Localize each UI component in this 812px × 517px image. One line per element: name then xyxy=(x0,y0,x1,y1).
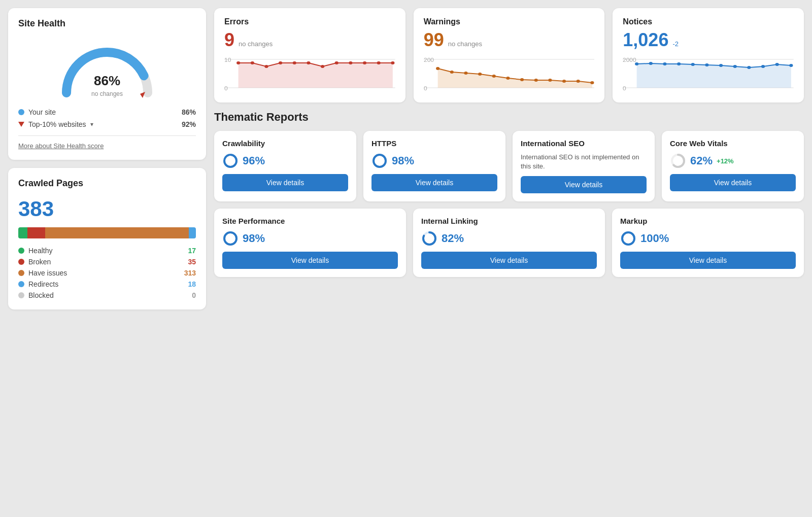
pages-count: 383 xyxy=(18,197,196,221)
svg-point-53 xyxy=(224,155,236,167)
svg-point-44 xyxy=(691,63,695,66)
svg-point-11 xyxy=(307,61,310,64)
bar-issues xyxy=(45,227,189,238)
broken-value: 35 xyxy=(188,258,196,266)
redirects-label: Redirects xyxy=(28,280,58,288)
top10-value: 92% xyxy=(182,120,196,128)
svg-point-43 xyxy=(677,62,681,65)
core-web-vitals-score: 62% xyxy=(690,154,713,167)
svg-point-8 xyxy=(264,65,268,68)
warnings-change: no changes xyxy=(448,40,482,48)
international-seo-view-details-button[interactable]: View details xyxy=(521,176,647,193)
site-health-title: Site Health xyxy=(18,18,196,29)
more-link[interactable]: More about Site Health score xyxy=(18,135,196,150)
legend-healthy: Healthy 17 xyxy=(18,247,196,255)
errors-chart: 10 0 xyxy=(224,56,395,91)
svg-point-33 xyxy=(576,80,580,83)
site-performance-title: Site Performance xyxy=(222,217,398,225)
svg-point-26 xyxy=(478,73,482,76)
blocked-label: Blocked xyxy=(28,291,54,299)
svg-point-14 xyxy=(349,61,352,64)
your-site-label: Your site xyxy=(28,108,56,116)
top10-icon xyxy=(18,122,24,127)
markup-score: 100% xyxy=(640,232,669,245)
crawlability-view-details-button[interactable]: View details xyxy=(222,174,348,191)
internal-linking-view-details-button[interactable]: View details xyxy=(421,252,597,269)
gauge-container: 86% no changes xyxy=(18,37,196,98)
blocked-value: 0 xyxy=(192,291,196,299)
broken-dot xyxy=(18,259,24,265)
core-web-vitals-card: Core Web Vitals 62% +12% View details xyxy=(662,131,804,201)
svg-point-13 xyxy=(335,61,339,64)
internal-linking-ring-icon xyxy=(421,230,437,247)
bar-broken xyxy=(27,227,45,238)
international-seo-title: International SEO xyxy=(521,139,647,148)
site-performance-card: Site Performance 98% View details xyxy=(214,209,406,277)
top10-chevron[interactable]: ▾ xyxy=(90,121,93,128)
healthy-dot xyxy=(18,248,24,254)
svg-point-17 xyxy=(391,61,394,64)
notices-chart: 2000 0 xyxy=(623,56,794,91)
errors-value-row: 9 no changes xyxy=(224,29,395,51)
markup-card: Markup 100% View details xyxy=(612,209,804,277)
bar-healthy xyxy=(18,227,27,238)
https-view-details-button[interactable]: View details xyxy=(371,174,497,191)
svg-point-42 xyxy=(663,62,667,65)
legend-top10[interactable]: Top-10% websites ▾ 92% xyxy=(18,120,196,128)
svg-point-16 xyxy=(377,61,381,64)
left-column: Site Health 86% no changes xyxy=(8,8,206,309)
broken-label: Broken xyxy=(28,258,51,266)
healthy-label: Healthy xyxy=(28,247,52,255)
svg-point-12 xyxy=(321,65,324,68)
dashboard: Site Health 86% no changes xyxy=(8,8,804,309)
warnings-chart: 200 0 xyxy=(424,56,595,91)
svg-marker-39 xyxy=(637,63,791,88)
international-seo-card: International SEO International SEO is n… xyxy=(513,131,655,201)
https-score: 98% xyxy=(392,154,414,167)
svg-point-46 xyxy=(719,64,723,67)
svg-text:2000: 2000 xyxy=(623,57,636,63)
svg-point-27 xyxy=(492,75,495,78)
svg-point-9 xyxy=(279,61,282,64)
your-site-dot xyxy=(18,109,24,115)
crawlability-title: Crawlability xyxy=(222,139,348,148)
crawled-pages-card: Crawled Pages 383 Healthy 17 xyxy=(8,168,206,309)
crawled-pages-title: Crawled Pages xyxy=(18,178,196,189)
legend-broken: Broken 35 xyxy=(18,258,196,266)
redirects-value: 18 xyxy=(188,280,196,288)
svg-point-23 xyxy=(436,67,439,70)
reports-row1: Crawlability 96% View details HTTPS xyxy=(214,131,804,201)
issues-value: 313 xyxy=(184,269,196,277)
core-web-vitals-score-row: 62% +12% xyxy=(670,153,796,169)
https-title: HTTPS xyxy=(371,139,497,148)
svg-point-25 xyxy=(464,72,467,75)
internal-linking-score: 82% xyxy=(442,232,464,245)
gauge-center: 86% no changes xyxy=(91,73,123,98)
notices-change: -2 xyxy=(672,40,679,48)
https-ring-icon xyxy=(371,153,388,169)
svg-point-45 xyxy=(705,63,709,66)
reports-row2: Site Performance 98% View details Intern… xyxy=(214,209,804,277)
svg-text:200: 200 xyxy=(424,57,434,63)
issues-label: Have issues xyxy=(28,269,67,277)
svg-point-10 xyxy=(293,61,296,64)
markup-title: Markup xyxy=(620,217,796,225)
gauge-wrap: 86% no changes xyxy=(56,37,158,98)
svg-point-15 xyxy=(363,61,366,64)
svg-point-32 xyxy=(562,80,566,83)
svg-point-31 xyxy=(548,79,552,82)
svg-point-24 xyxy=(450,71,453,74)
svg-text:0: 0 xyxy=(224,86,228,91)
site-performance-view-details-button[interactable]: View details xyxy=(222,252,398,269)
https-card: HTTPS 98% View details xyxy=(363,131,505,201)
notices-card: Notices 1,026 -2 2000 0 xyxy=(613,8,804,102)
notices-label: Notices xyxy=(623,17,794,26)
legend-your-site: Your site 86% xyxy=(18,108,196,116)
markup-view-details-button[interactable]: View details xyxy=(620,252,796,269)
crawlability-ring-icon xyxy=(222,153,239,169)
core-web-vitals-view-details-button[interactable]: View details xyxy=(670,174,796,191)
notices-value: 1,026 xyxy=(623,29,668,51)
svg-point-28 xyxy=(506,77,510,80)
svg-point-50 xyxy=(775,63,779,66)
bar-redirects xyxy=(189,227,196,238)
